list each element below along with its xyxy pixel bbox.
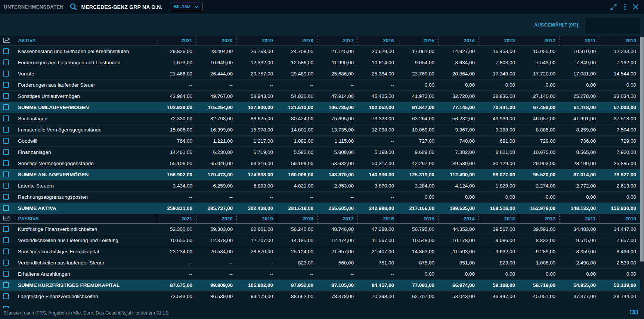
- row-checkbox[interactable]: [3, 104, 9, 110]
- row-checkbox[interactable]: [3, 171, 9, 177]
- value-cell: --: [196, 191, 236, 202]
- year-header: 2016: [357, 36, 398, 46]
- row-label: Kurzfristige Finanzverbindlichkeiten: [15, 223, 156, 235]
- expand-icon[interactable]: [610, 3, 617, 11]
- row-checkbox[interactable]: [3, 226, 9, 232]
- table-row: Sonstiges Umlaufvermögen43.964,0049.767,…: [0, 90, 640, 102]
- value-cell: 125.319,00: [398, 169, 438, 180]
- row-checkbox[interactable]: [3, 183, 9, 189]
- row-checkbox[interactable]: [3, 149, 9, 155]
- year-header: 2021: [156, 214, 196, 223]
- row-checkbox[interactable]: [3, 48, 9, 54]
- value-cell: 727,00: [398, 135, 438, 146]
- row-checkbox[interactable]: [3, 194, 9, 200]
- value-cell: 48.746,00: [317, 223, 357, 235]
- year-header: 2013: [479, 36, 519, 46]
- value-cell: 7.302,00: [438, 146, 479, 158]
- value-cell: 148.132,00: [559, 202, 600, 214]
- value-cell: 29.903,00: [519, 158, 559, 169]
- table-row: Erhaltene Anzahlungen------------0,000,0…: [0, 268, 640, 279]
- value-cell: 121.613,00: [277, 102, 317, 113]
- value-cell: 21.466,00: [156, 68, 196, 79]
- row-label: SUMME ANLAGEVERMÖGEN: [15, 169, 156, 180]
- row-checkbox[interactable]: [3, 293, 9, 299]
- chart-icon[interactable]: [3, 37, 10, 43]
- value-cell: 32.720,00: [438, 90, 479, 102]
- row-checkbox[interactable]: [3, 282, 9, 288]
- value-cell: 174.638,00: [236, 169, 277, 180]
- value-cell: 729,00: [519, 135, 559, 146]
- value-cell: 47.288,00: [357, 223, 398, 235]
- link-icon[interactable]: [630, 309, 638, 316]
- value-cell: 10.548,00: [398, 235, 438, 246]
- vertical-scrollbar[interactable]: [640, 36, 644, 319]
- value-cell: 87.675,00: [156, 279, 196, 291]
- value-cell: 12.707,00: [236, 235, 277, 246]
- row-checkbox[interactable]: [3, 59, 9, 65]
- year-header: 2011: [559, 214, 600, 223]
- value-cell: 7.920,00: [600, 146, 640, 158]
- value-cell: 9.689,00: [398, 146, 438, 158]
- row-checkbox[interactable]: [3, 160, 9, 166]
- row-checkbox[interactable]: [3, 82, 9, 88]
- value-cell: 15.005,00: [156, 124, 196, 135]
- value-cell: 42.297,00: [398, 158, 438, 169]
- value-cell: 5.803,00: [236, 180, 277, 191]
- kebab-menu-icon[interactable]: [624, 3, 626, 11]
- year-header: 2018: [277, 36, 317, 46]
- scrollbar-thumb[interactable]: [640, 37, 644, 261]
- value-cell: 0,00: [479, 268, 519, 279]
- row-label: Forderungen aus Lieferungen und Leistung…: [15, 57, 156, 68]
- value-cell: 20.864,00: [438, 68, 479, 79]
- value-cell: 823,00: [277, 257, 317, 268]
- row-checkbox[interactable]: [3, 237, 9, 243]
- view-selector-label: BILANZ: [174, 4, 191, 9]
- value-cell: 302.438,00: [236, 202, 277, 214]
- table-row: Latente Steuern3.434,006.259,005.803,004…: [0, 180, 640, 191]
- value-cell: --: [357, 268, 398, 279]
- value-cell: 0,00: [398, 79, 438, 90]
- value-cell: 764,00: [156, 135, 196, 146]
- value-cell: 5.582,00: [277, 146, 317, 158]
- value-cell: 27.140,00: [519, 90, 559, 102]
- chart-icon[interactable]: [3, 215, 10, 221]
- value-cell: 14.185,00: [277, 235, 317, 246]
- value-cell: 99.809,00: [196, 279, 236, 291]
- value-cell: 2.274,00: [519, 180, 559, 191]
- value-cell: 10.649,00: [196, 57, 236, 68]
- row-label: Verbindlichkeiten aus Lieferung und Leis…: [15, 235, 156, 246]
- value-cell: 17.061,00: [398, 46, 438, 57]
- row-checkbox[interactable]: [3, 115, 9, 121]
- row-checkbox[interactable]: [3, 248, 9, 254]
- value-cell: 58.718,00: [519, 279, 559, 291]
- table-row: Goodwill764,001.221,001.217,001.082,001.…: [0, 135, 640, 146]
- row-checkbox[interactable]: [3, 71, 9, 77]
- value-cell: 73.543,00: [156, 291, 196, 302]
- row-label: Vorräte: [15, 68, 156, 79]
- row-label: Finanzanlagen: [15, 146, 156, 158]
- value-cell: 58.943,00: [236, 90, 277, 102]
- search-icon[interactable]: [69, 3, 77, 11]
- value-cell: 12.474,00: [317, 235, 357, 246]
- value-cell: --: [156, 257, 196, 268]
- row-checkbox[interactable]: [3, 127, 9, 133]
- value-cell: 50.317,00: [357, 158, 398, 169]
- value-cell: 0,00: [559, 191, 600, 202]
- bottom-edge: [0, 317, 644, 319]
- value-cell: 17.349,00: [479, 68, 519, 79]
- value-cell: 823,00: [479, 257, 519, 268]
- value-cell: 34.447,00: [600, 223, 640, 235]
- row-checkbox[interactable]: [3, 93, 9, 99]
- value-cell: 0,00: [519, 268, 559, 279]
- value-cell: 34.483,00: [559, 223, 600, 235]
- view-selector-button[interactable]: BILANZ: [170, 3, 202, 11]
- value-cell: 0,00: [519, 79, 559, 90]
- value-cell: 5.198,00: [357, 146, 398, 158]
- row-checkbox[interactable]: [3, 138, 9, 144]
- row-checkbox[interactable]: [3, 271, 9, 277]
- close-icon[interactable]: [632, 4, 639, 10]
- row-checkbox[interactable]: [3, 260, 9, 266]
- value-cell: 1.082,00: [277, 135, 317, 146]
- value-cell: 10.075,00: [519, 146, 559, 158]
- row-checkbox[interactable]: [3, 205, 9, 211]
